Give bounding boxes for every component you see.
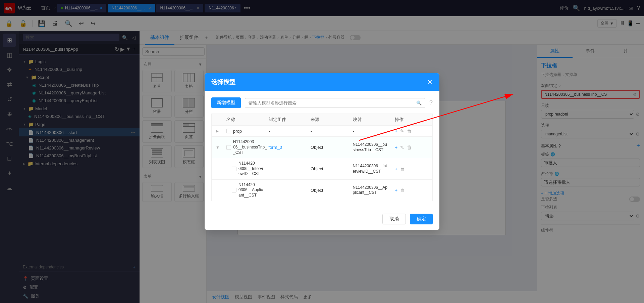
modal-body: 新增模型 🔍 ? 名称 绑定组件 来源 映射 操作 bbox=[205, 91, 439, 208]
table-row-bt-name: N1144200306__businessTrip__CST bbox=[226, 139, 269, 155]
bt-action-add[interactable]: + bbox=[395, 145, 397, 150]
table-row-ap-source: Object bbox=[311, 188, 353, 193]
bt-name-text: N1144200306__businessTrip__CST bbox=[233, 139, 267, 155]
modal-toolbar: 新增模型 🔍 ? bbox=[211, 97, 433, 108]
table-row-interview: N1144200306__InterviewID__CST Object N11… bbox=[211, 158, 433, 180]
table-row-prop-expand[interactable]: ▶ bbox=[216, 129, 226, 133]
table-header-ops: 操作 bbox=[395, 117, 428, 123]
table-row-iv-name: N1144200306__InterviewID__CST bbox=[226, 161, 269, 177]
table-row-businesstrip: ▼ N1144200306__businessTrip__CST form_0 … bbox=[211, 137, 433, 158]
iv-action-delete[interactable]: 🗑 bbox=[400, 166, 405, 172]
add-model-button[interactable]: 新增模型 bbox=[211, 97, 241, 108]
table-row-iv-checkbox[interactable] bbox=[232, 167, 236, 171]
table-row-iv-mapping: N1144200306__InterviewID__CST bbox=[353, 164, 395, 174]
table-row-iv-actions: + 🗑 bbox=[395, 166, 428, 172]
table-row-iv-source: Object bbox=[311, 166, 353, 171]
table-row-bt-checkbox[interactable] bbox=[226, 145, 231, 150]
table-row-bt-mapping: N1144200306__businessTrip__CST bbox=[353, 142, 395, 153]
modal-table: 名称 绑定组件 来源 映射 操作 ▶ prop - - - bbox=[211, 114, 433, 201]
iv-action-add[interactable]: + bbox=[395, 166, 397, 172]
modal-overlay[interactable]: 选择模型 ✕ 新增模型 🔍 ? 名称 绑定组件 来源 bbox=[0, 0, 644, 303]
ap-action-add[interactable]: + bbox=[395, 187, 397, 193]
ap-name-text: N1144200306__Applicant__CST bbox=[238, 182, 263, 198]
table-row-prop: ▶ prop - - - + ✎ 🗑 bbox=[211, 126, 433, 137]
modal-help-icon[interactable]: ? bbox=[429, 99, 433, 106]
table-row-bt-source: Object bbox=[311, 145, 353, 150]
table-header-mapping: 映射 bbox=[353, 117, 395, 123]
table-header-name: 名称 bbox=[226, 117, 269, 123]
modal: 选择模型 ✕ 新增模型 🔍 ? 名称 绑定组件 来源 bbox=[205, 73, 439, 229]
ap-action-delete[interactable]: 🗑 bbox=[400, 187, 405, 193]
table-row-prop-mapping: - bbox=[353, 129, 395, 134]
prop-name-text: prop bbox=[233, 129, 242, 134]
table-row-bt-bind: form_0 bbox=[269, 145, 311, 150]
modal-footer: 取消 确定 bbox=[205, 208, 439, 230]
table-row-ap-actions: + 🗑 bbox=[395, 187, 428, 193]
modal-header: 选择模型 ✕ bbox=[205, 73, 439, 91]
table-row-prop-checkbox[interactable] bbox=[226, 129, 231, 133]
modal-search-field: 🔍 bbox=[245, 98, 425, 108]
table-row-ap-name: N1144200306__Applicant__CST bbox=[226, 182, 269, 198]
table-header: 名称 绑定组件 来源 映射 操作 bbox=[211, 114, 433, 126]
table-header-bind: 绑定组件 bbox=[269, 117, 311, 123]
modal-search-input[interactable] bbox=[249, 100, 415, 105]
table-row-ap-checkbox[interactable] bbox=[232, 188, 236, 192]
cancel-button[interactable]: 取消 bbox=[382, 214, 406, 224]
table-row-prop-source: - bbox=[311, 129, 353, 134]
modal-title: 选择模型 bbox=[211, 78, 427, 86]
table-row-applicant: N1144200306__Applicant__CST Object N1144… bbox=[211, 180, 433, 201]
table-row-prop-actions: + ✎ 🗑 bbox=[395, 128, 428, 134]
iv-name-text: N1144200306__InterviewID__CST bbox=[238, 161, 263, 177]
bt-action-edit[interactable]: ✎ bbox=[400, 145, 404, 150]
table-row-prop-bind: - bbox=[269, 129, 311, 134]
table-header-source: 来源 bbox=[311, 117, 353, 123]
table-row-prop-name: prop bbox=[226, 129, 269, 134]
modal-close-button[interactable]: ✕ bbox=[427, 79, 433, 85]
bt-action-delete[interactable]: 🗑 bbox=[407, 145, 412, 150]
table-row-bt-expand[interactable]: ▼ bbox=[216, 145, 226, 150]
table-row-ap-mapping: N1144200306__Applicant__CST bbox=[353, 185, 395, 196]
table-row-bt-actions: + ✎ 🗑 bbox=[395, 145, 428, 150]
table-header-expand bbox=[216, 117, 226, 123]
prop-action-add[interactable]: + bbox=[395, 128, 397, 134]
prop-action-delete[interactable]: 🗑 bbox=[407, 128, 412, 134]
confirm-button[interactable]: 确定 bbox=[410, 214, 433, 224]
modal-search-icon[interactable]: 🔍 bbox=[416, 100, 422, 105]
prop-action-edit[interactable]: ✎ bbox=[400, 128, 404, 134]
